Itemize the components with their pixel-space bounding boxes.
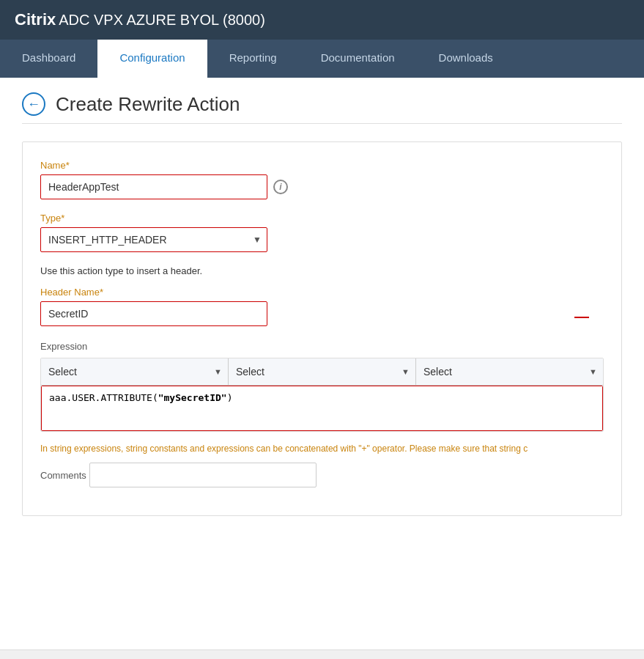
expr-select-3[interactable]: Select: [416, 358, 603, 385]
nav-bar: Dashboard Configuration Reporting Docume…: [0, 40, 644, 78]
name-group: Name* i: [40, 160, 604, 199]
brand-citrix: Citrix: [15, 10, 56, 29]
nav-item-reporting[interactable]: Reporting: [207, 40, 299, 78]
header-name-input[interactable]: [40, 301, 267, 326]
type-select[interactable]: INSERT_HTTP_HEADER DELETE_HTTP_HEADER RE…: [40, 227, 267, 252]
expr-plain: aaa.USER.ATTRIBUTE(: [49, 392, 158, 403]
nav-item-dashboard[interactable]: Dashboard: [0, 40, 97, 78]
name-input[interactable]: [40, 174, 267, 199]
app-header: Citrix ADC VPX AZURE BYOL (8000): [0, 0, 644, 40]
type-select-wrapper: INSERT_HTTP_HEADER DELETE_HTTP_HEADER RE…: [40, 227, 267, 252]
form-section: Name* i Type* INSERT_HTTP_HEADER DELETE_…: [22, 141, 622, 516]
comments-input[interactable]: [89, 463, 317, 487]
expression-section: Expression Select ▼ Select ▼: [40, 341, 604, 432]
type-label: Type*: [40, 213, 604, 224]
expression-display: aaa.USER.ATTRIBUTE("mySecretID"): [42, 386, 602, 430]
brand-rest: ADC VPX AZURE BYOL (8000): [59, 12, 265, 29]
expr-select1-wrapper: Select ▼: [41, 358, 229, 385]
name-label: Name*: [40, 160, 604, 171]
header-name-label: Header Name*: [40, 287, 267, 298]
expr-select-2[interactable]: Select: [229, 358, 415, 385]
page-title-row: ← Create Rewrite Action: [22, 92, 622, 124]
nav-item-documentation[interactable]: Documentation: [299, 40, 417, 78]
expr-select2-wrapper: Select ▼: [229, 358, 416, 385]
comments-group: Comments: [40, 463, 604, 487]
footer-buttons: Create Close: [0, 649, 644, 659]
info-icon[interactable]: i: [273, 180, 288, 194]
back-button[interactable]: ←: [22, 92, 45, 116]
main-content: ← Create Rewrite Action Name* i Type* IN…: [0, 78, 644, 649]
expr-select-1[interactable]: Select: [41, 358, 228, 385]
expression-container: Select ▼ Select ▼ Select ▼: [40, 358, 604, 432]
page-title: Create Rewrite Action: [56, 93, 240, 116]
comments-label: Comments: [40, 470, 86, 481]
minus-icon[interactable]: —: [574, 308, 589, 324]
expression-textarea-wrapper: aaa.USER.ATTRIBUTE("mySecretID"): [41, 386, 603, 431]
expression-label: Expression: [40, 341, 604, 352]
action-hint: Use this action type to insert a header.: [40, 265, 604, 276]
header-name-group: Header Name*: [40, 287, 267, 326]
expr-select3-wrapper: Select ▼: [416, 358, 603, 385]
info-text: In string expressions, string constants …: [40, 442, 604, 455]
nav-item-downloads[interactable]: Downloads: [417, 40, 515, 78]
expr-end: ): [227, 392, 233, 403]
type-group: Type* INSERT_HTTP_HEADER DELETE_HTTP_HEA…: [40, 213, 604, 252]
nav-item-configuration[interactable]: Configuration: [97, 40, 207, 78]
expression-selects-row: Select ▼ Select ▼ Select ▼: [41, 358, 603, 386]
expr-bold: "mySecretID": [158, 392, 227, 403]
